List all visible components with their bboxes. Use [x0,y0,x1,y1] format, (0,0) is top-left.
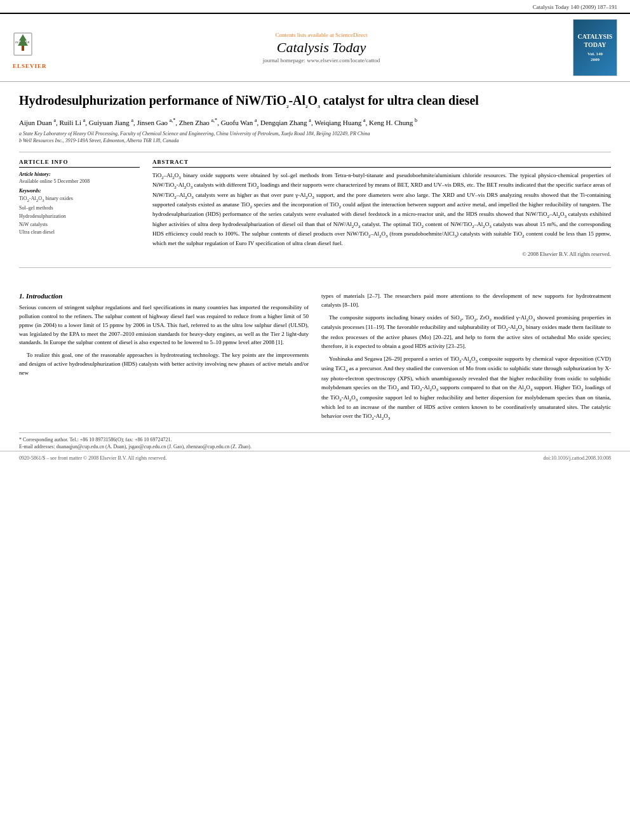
body-section-introduction: 1. Introduction Serious concern of strin… [0,292,630,426]
bottom-copyright-bar: 0920-5861/$ – see front matter © 2008 El… [0,451,630,465]
info-abstract-section: ARTICLE INFO Article history: Available … [19,159,611,257]
affiliation-b: b Well Resources Inc., 3919-149A Street,… [19,137,611,144]
keyword-1: TiO2-Al2O3 binary oxides [19,195,140,204]
affiliation-a: a State Key Laboratory of Heavy Oil Proc… [19,130,611,137]
intro-right-text: types of materials [2–7]. The researcher… [321,292,611,422]
intro-right-col: types of materials [2–7]. The researcher… [321,292,611,426]
article-history-label: Article history: [19,171,140,177]
keyword-4: NiW catalysts [19,221,140,229]
journal-center-info: Contents lists available at ScienceDirec… [76,32,566,63]
journal-info-bar: Catalysis Today 140 (2009) 187–191 [0,0,630,13]
abstract-col: ABSTRACT TiO2–Al2O3 binary oxide support… [152,159,611,257]
footnote-email: E-mail addresses: duanaqjun@cup.edu.cn (… [19,444,611,450]
bottom-copyright-left: 0920-5861/$ – see front matter © 2008 El… [19,455,167,461]
journal-homepage: journal homepage: www.elsevier.com/locat… [76,57,566,63]
journal-citation: Catalysis Today 140 (2009) 187–191 [533,4,617,10]
bottom-copyright-right: doi:10.1016/j.cattod.2008.10.008 [544,455,611,461]
divider-after-affiliations [19,152,611,152]
footnote-corresponding: * Corresponding author. Tel.: +86 10 897… [19,437,611,443]
journal-header: ELSEVIER ELSEVIER Contents lists availab… [0,13,630,82]
section-1-title: 1. Introduction [19,292,309,300]
abstract-heading: ABSTRACT [152,159,611,168]
authors-line: Aijun Duan a, Ruili Li a, Guiyuan Jiang … [19,117,611,126]
keyword-3: Hydrodesulphurization [19,213,140,221]
article-info-col: ARTICLE INFO Article history: Available … [19,159,140,257]
divider-after-abstract [19,267,611,268]
svg-rect-4 [22,46,24,51]
elsevier-logo-area: ELSEVIER ELSEVIER [13,27,70,69]
article-available-date: Available online 5 December 2008 [19,178,140,184]
intro-left-text: Serious concern of stringent sulphur reg… [19,303,309,378]
abstract-copyright: © 2008 Elsevier B.V. All rights reserved… [152,251,611,257]
abstract-text: TiO2–Al2O3 binary oxide supports were ob… [152,171,611,248]
journal-title: Catalysis Today [76,39,566,56]
keywords-list: TiO2-Al2O3 binary oxides Sol–gel methods… [19,195,140,237]
sciencedirect-link-text[interactable]: ScienceDirect [335,32,367,38]
sciencedirect-label: Contents lists available at ScienceDirec… [76,32,566,38]
article-info-heading: ARTICLE INFO [19,159,140,168]
keyword-2: Sol–gel methods [19,204,140,213]
affiliations: a State Key Laboratory of Heavy Oil Proc… [19,130,611,144]
elsevier-wordmark: ELSEVIER [13,63,70,69]
keywords-label: Keywords: [19,188,140,194]
footnote-area: * Corresponding author. Tel.: +86 10 897… [19,432,611,450]
article-title: Hydrodesulphurization performance of NiW… [19,92,611,110]
intro-left-col: 1. Introduction Serious concern of strin… [19,292,309,426]
keyword-5: Ultra clean diesel [19,229,140,237]
journal-thumbnail: CATALYSIS TODAY Vol. 140 2009 [573,19,617,76]
article-main-content: Hydrodesulphurization performance of NiW… [0,82,630,287]
